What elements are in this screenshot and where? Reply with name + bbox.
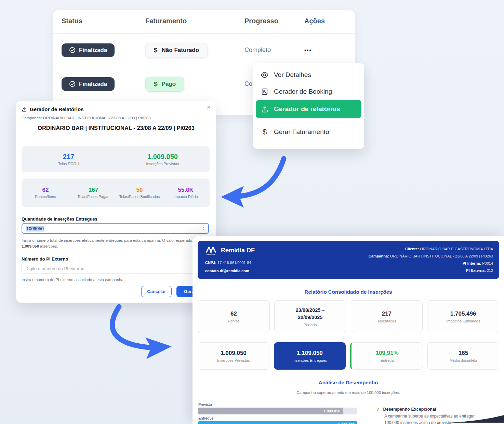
stat-label: Impacto Diário [162,195,210,199]
card-value: 23/08/2025 – 22/09/2025 [296,307,325,321]
brand-name: Remídia DF [221,247,255,254]
billing-status-button[interactable]: $ Não Faturado [145,43,208,58]
card-label: Inserções Entregues [293,358,327,362]
dollar-icon: $ [261,128,269,136]
stat-label: Telas/Faces Pagas [69,195,117,199]
menu-divider [256,121,361,121]
analysis-header: ✓ Desempenho Excepcional [376,407,501,412]
menu-item-label: Ver Detalhes [274,71,311,79]
billing-status-button[interactable]: $ Pago [145,77,184,92]
qty-help-part1: Insira o número total de inserções efeti… [22,238,192,242]
status-badge-label: Finalizada [79,81,107,88]
curved-arrow-left-decoration [218,155,290,216]
report-cards-row2: 1.009.050 Inserções Previstas 1.109.050 … [198,342,499,370]
pi-help-text: Insira o número do PI externo associado … [22,277,210,283]
pi-input-label: Número do PI Externo [22,256,68,262]
stats-summary-box: 217 Telas DOOH 1.009.050 Inserções Previ… [22,146,210,172]
stat-impacto-diario: 55.0K Impacto Diário [162,187,210,199]
menu-item-label: Gerador de Booking [274,88,332,95]
bar-entregue-value: 1.109.050 [338,423,355,424]
pi-externa-value: 212 [487,268,493,273]
dollar-icon: $ [154,47,158,54]
logo-caption: REMÍDIA [207,254,215,255]
modal-footer: Cancelar Gerar Re [22,286,210,297]
booking-document-icon [261,88,269,95]
campanha-line: Campanha: ORDINÁRIO BAR | INSTITUCIONAL … [369,253,493,260]
status-badge: Finalizada [62,43,115,57]
period-start: 23/08/2025 – [296,307,325,314]
card-value: 165 [459,349,468,357]
stat-telas-dooh: 217 Telas DOOH [22,153,116,166]
bar-previsto-label: Previsto [198,402,357,407]
pi-interna-label: PI-Interna: [463,261,481,265]
card-pontos: 62 Pontos [198,300,270,333]
table-row: Finalizada $ Não Faturado Completo ••• [62,33,352,67]
cliente-line: Cliente: ORDINARIO BAR E GASTRONOMIA LTD… [369,246,493,253]
stat-value: 55.0K [162,187,210,194]
card-value: 1.705.496 [450,310,476,317]
dollar-icon: $ [154,80,158,88]
modal-campaign-subtitle: Campanha: ORDINÁRIO BAR | INSTITUCIONAL … [22,116,151,120]
pi-input-placeholder: Digite o número do PI externo [25,266,84,271]
card-value: 217 [382,310,392,317]
menu-item-gerador-booking[interactable]: Gerador de Booking [256,83,361,100]
card-label: Impactos Estimados [446,319,480,323]
menu-item-label: Gerar Faturamento [274,128,329,136]
column-header-progresso: Progresso [244,17,304,25]
stat-value: 62 [22,187,69,194]
cancel-button[interactable]: Cancelar [141,286,172,297]
qty-input-label: Quantidade de Inserções Entregues [22,216,97,222]
number-stepper[interactable]: ▲▼ [203,226,205,230]
pi-input[interactable]: Digite o número do PI externo [22,263,209,274]
qty-input[interactable]: 1009050 ▲▼ [22,223,209,234]
progress-text: Completo [244,47,271,53]
card-label: Média diária/tela [450,358,477,362]
corner-swoosh-decoration [449,415,504,424]
modal-header: Gerador de Relatórios [22,106,84,112]
check-circle-icon [69,47,76,53]
card-periodo: 23/08/2025 – 22/09/2025 Período [274,300,346,333]
campanha-label: Campanha: [369,254,389,258]
bar-entregue-label: Entregue [198,416,357,420]
stat-label: Inserções Previstas [116,162,210,166]
eye-icon [261,71,269,79]
menu-item-gerador-relatorios[interactable]: Gerador de relatórios [256,100,361,118]
card-insercoes-entregues: 1.109.050 Inserções Entregues [274,342,346,370]
report-generator-modal: Gerador de Relatórios × Campanha: ORDINÁ… [16,101,216,303]
qty-help-bold: 1.009.050 [22,244,39,248]
card-insercoes-previstas: 1.009.050 Inserções Previstas [198,342,269,370]
report-header: REMÍDIA Remídia DF CNPJ: 17.416.961/0001… [198,241,499,279]
table-header-row: Status Faturamento Progresso Ações [62,17,352,25]
cnpj-label: CNPJ: [205,261,216,265]
card-value: 109.91% [375,349,398,357]
status-badge-label: Finalizada [79,47,107,54]
check-icon: ✓ [376,407,380,412]
curved-arrow-right-decoration [99,303,180,366]
qty-help-part2: inserções. [39,244,58,248]
analysis-title: Desempenho Excepcional [383,407,436,412]
status-badge: Finalizada [62,77,115,91]
stat-telas-pagas: 167 Telas/Faces Pagas [69,187,117,199]
pi-interna-value: P0014 [482,261,493,265]
pi-interna-line: PI-Interna: P0014 [369,260,493,267]
card-value: 62 [230,310,237,317]
card-label: Entrega [381,358,394,362]
section-title-consolidado: Relatório Consolidado de Inserções [193,289,504,295]
billing-status-label: Pago [162,81,176,88]
card-value: 1.109.050 [297,349,323,357]
qty-help-text: Insira o número total de inserções efeti… [22,238,210,249]
stat-value: 1.009.050 [116,153,210,161]
row-actions-menu-button[interactable]: ••• [304,47,312,53]
campaign-title: ORDINÁRIO BAR | INSTITUCIONAL - 23/08 A … [16,125,216,131]
menu-item-ver-detalhes[interactable]: Ver Detalhes [256,66,361,83]
billing-status-label: Não Faturado [162,47,199,54]
bar-previsto-track: 1.009.050 [198,408,357,414]
remidia-logo-icon: REMÍDIA [205,245,217,255]
menu-item-gerar-faturamento[interactable]: $ Gerar Faturamento [256,123,361,140]
qty-input-value: 1009050 [26,226,44,231]
stat-insercoes-previstas: 1.009.050 Inserções Previstas [116,153,210,166]
campaign-info-block: Cliente: ORDINARIO BAR E GASTRONOMIA LTD… [369,246,493,274]
card-media-diaria: 165 Média diária/tela [427,342,499,370]
cnpj-line: CNPJ: 17.416.961/0001-84 [205,261,251,265]
close-icon[interactable]: × [207,104,211,111]
